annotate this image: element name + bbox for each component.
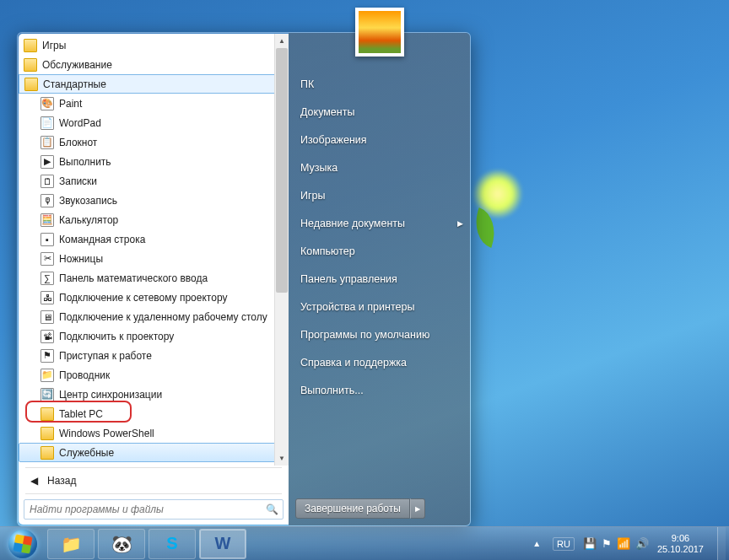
program-label: Обслуживание <box>42 59 112 71</box>
app-icon: ✂ <box>40 252 54 266</box>
right-pane-item[interactable]: Игры <box>289 181 470 209</box>
folder-icon <box>40 466 54 466</box>
user-picture-frame[interactable] <box>355 8 404 57</box>
app-icon: ∑ <box>40 272 54 285</box>
program-label: Windows PowerShell <box>59 428 154 439</box>
right-pane-item[interactable]: Недавние документы▶ <box>289 209 470 237</box>
tray-show-hidden-icon[interactable]: ▲ <box>529 537 544 550</box>
program-item[interactable]: 🔄Центр синхронизации <box>19 385 289 404</box>
program-item[interactable]: 🎨Paint <box>19 94 289 113</box>
right-pane-item[interactable]: Справка и поддержка <box>289 348 470 376</box>
program-item[interactable]: 🎙Звукозапись <box>19 191 289 210</box>
right-pane-item[interactable]: Документы <box>289 98 470 126</box>
program-label: Панель математического ввода <box>59 272 208 284</box>
app-icon: 🖧 <box>40 291 54 304</box>
app-icon: 🗒 <box>40 175 54 188</box>
program-item[interactable]: ✂Ножницы <box>19 249 289 268</box>
taskbar-word[interactable]: W <box>199 529 246 559</box>
app-icon: 📄 <box>40 116 54 130</box>
show-desktop-button[interactable] <box>717 527 726 561</box>
search-icon: 🔍 <box>266 503 283 515</box>
windows-orb-icon <box>8 530 37 558</box>
program-item[interactable]: 📽Подключить к проектору <box>19 326 289 346</box>
folder-icon <box>40 446 54 460</box>
program-folder[interactable]: Tablet PC <box>19 404 289 423</box>
program-folder[interactable]: Игры <box>19 35 289 55</box>
flag-icon[interactable]: ⚑ <box>602 537 612 550</box>
program-folder[interactable]: Служебные <box>19 443 289 462</box>
start-menu-left-pane: ИгрыОбслуживаниеСтандартные🎨Paint📄WordPa… <box>19 34 289 525</box>
taskbar-skype[interactable]: S <box>148 529 196 559</box>
all-programs-list[interactable]: ИгрыОбслуживаниеСтандартные🎨Paint📄WordPa… <box>19 34 289 466</box>
program-folder[interactable]: Специальные возможности <box>19 462 289 466</box>
program-folder[interactable]: Windows PowerShell <box>19 423 289 443</box>
app-icon: ⚑ <box>40 349 54 363</box>
search-input[interactable] <box>24 503 266 515</box>
volume-icon[interactable]: 🔊 <box>635 537 649 550</box>
back-label: Назад <box>47 475 76 487</box>
right-pane-item[interactable]: Изображения <box>289 126 470 153</box>
user-picture <box>359 11 401 53</box>
program-label: WordPad <box>59 117 101 129</box>
language-indicator[interactable]: RU <box>553 537 575 551</box>
start-button[interactable] <box>3 530 42 558</box>
right-pane-item[interactable]: Музыка <box>289 153 470 181</box>
app-icon: 🧮 <box>40 213 54 227</box>
program-label: Командная строка <box>59 234 145 245</box>
program-item[interactable]: ▪Командная строка <box>19 229 289 249</box>
tray-icon[interactable]: 💾 <box>583 537 597 550</box>
program-label: Paint <box>59 98 82 110</box>
taskbar-app-panda[interactable]: 🐼 <box>98 529 145 559</box>
program-folder[interactable]: Обслуживание <box>19 55 289 74</box>
program-item[interactable]: ▶Выполнить <box>19 152 289 171</box>
shutdown-options-arrow[interactable]: ▶ <box>410 498 425 519</box>
clock[interactable]: 9:06 25.10.2017 <box>657 533 709 554</box>
program-item[interactable]: 📋Блокнот <box>19 132 289 152</box>
program-item[interactable]: 🗒Записки <box>19 171 289 191</box>
program-item[interactable]: 📄WordPad <box>19 113 289 132</box>
program-item[interactable]: ⚑Приступая к работе <box>19 346 289 365</box>
right-pane-label: Устройства и принтеры <box>300 301 414 313</box>
program-item[interactable]: ∑Панель математического ввода <box>19 268 289 288</box>
right-pane-item[interactable]: Программы по умолчанию <box>289 320 470 348</box>
app-icon: ▶ <box>40 155 54 169</box>
search-box[interactable]: 🔍 <box>24 499 284 520</box>
program-folder[interactable]: Стандартные <box>19 74 289 94</box>
right-pane-item[interactable]: Панель управления <box>289 265 470 293</box>
scroll-down-arrow[interactable]: ▼ <box>275 451 289 466</box>
program-label: Подключить к проектору <box>59 331 174 342</box>
program-label: Калькулятор <box>59 214 118 226</box>
back-button[interactable]: ◀ Назад <box>19 470 289 492</box>
back-arrow-icon: ◀ <box>27 474 40 487</box>
taskbar-pinned-items: 📁 🐼 S W <box>47 529 246 559</box>
shutdown-area: Завершение работы ▶ <box>289 493 470 525</box>
submenu-arrow-icon: ▶ <box>457 219 463 228</box>
right-pane-label: Изображения <box>300 134 367 146</box>
right-pane-item[interactable]: Выполнить... <box>289 376 470 404</box>
right-pane-item[interactable]: Компьютер <box>289 237 470 265</box>
taskbar-explorer[interactable]: 📁 <box>47 529 94 559</box>
program-label: Звукозапись <box>59 195 117 207</box>
program-label: Блокнот <box>59 137 97 148</box>
program-item[interactable]: 🧮Калькулятор <box>19 210 289 229</box>
program-item[interactable]: 📁Проводник <box>19 365 289 385</box>
program-item[interactable]: 🖧Подключение к сетевому проектору <box>19 288 289 307</box>
scroll-thumb[interactable] <box>276 48 288 293</box>
program-item[interactable]: 🖥Подключение к удаленному рабочему столу <box>19 307 289 326</box>
network-icon[interactable]: 📶 <box>617 537 630 550</box>
clock-time: 9:06 <box>657 533 704 544</box>
right-pane-label: Выполнить... <box>300 385 364 396</box>
right-pane-item[interactable]: Устройства и принтеры <box>289 293 470 320</box>
program-label: Подключение к удаленному рабочему столу <box>59 311 267 323</box>
shutdown-button[interactable]: Завершение работы <box>295 498 410 519</box>
right-pane-item[interactable]: ПК <box>289 70 470 98</box>
program-label: Записки <box>59 175 97 187</box>
program-label: Проводник <box>59 369 110 381</box>
programs-scrollbar[interactable]: ▲ ▼ <box>274 34 289 466</box>
right-pane-label: Панель управления <box>300 273 397 285</box>
scroll-up-arrow[interactable]: ▲ <box>275 34 289 48</box>
start-menu-right-pane: ПКДокументыИзображенияМузыкаИгрыНедавние… <box>289 33 470 525</box>
divider <box>25 493 282 494</box>
program-label: Tablet PC <box>59 408 103 420</box>
folder-icon <box>24 58 37 72</box>
